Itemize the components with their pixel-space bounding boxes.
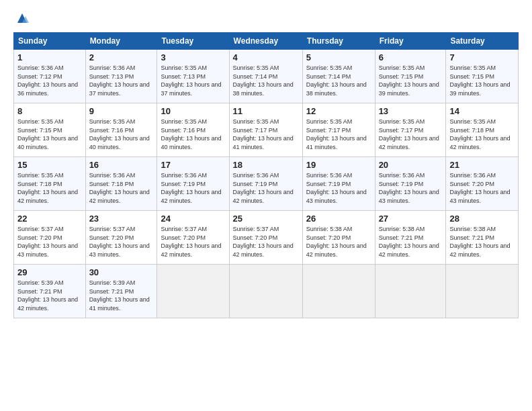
day-number: 21 — [449, 160, 515, 170]
logo-icon — [15, 11, 30, 26]
day-info: Sunrise: 5:35 AMSunset: 7:17 PMDaylight:… — [233, 118, 294, 150]
calendar-cell: 23 Sunrise: 5:37 AMSunset: 7:20 PMDaylig… — [85, 211, 157, 265]
day-number: 14 — [449, 106, 515, 116]
calendar-cell: 1 Sunrise: 5:36 AMSunset: 7:12 PMDayligh… — [14, 50, 86, 103]
calendar-cell: 4 Sunrise: 5:35 AMSunset: 7:14 PMDayligh… — [229, 50, 302, 103]
calendar-cell: 22 Sunrise: 5:37 AMSunset: 7:20 PMDaylig… — [14, 211, 86, 265]
day-number: 3 — [161, 52, 225, 62]
day-info: Sunrise: 5:38 AMSunset: 7:20 PMDaylight:… — [306, 226, 367, 258]
day-info: Sunrise: 5:36 AMSunset: 7:19 PMDaylight:… — [233, 172, 294, 204]
calendar-cell: 18 Sunrise: 5:36 AMSunset: 7:19 PMDaylig… — [229, 157, 302, 211]
calendar-cell: 6 Sunrise: 5:35 AMSunset: 7:15 PMDayligh… — [375, 50, 446, 103]
day-number: 13 — [379, 106, 443, 116]
calendar-cell: 21 Sunrise: 5:36 AMSunset: 7:20 PMDaylig… — [446, 157, 519, 211]
day-number: 8 — [17, 106, 82, 116]
day-info: Sunrise: 5:36 AMSunset: 7:20 PMDaylight:… — [449, 172, 510, 204]
day-number: 4 — [233, 52, 299, 62]
day-info: Sunrise: 5:35 AMSunset: 7:15 PMDaylight:… — [449, 64, 510, 97]
calendar-cell: 14 Sunrise: 5:35 AMSunset: 7:18 PMDaylig… — [446, 103, 519, 157]
day-info: Sunrise: 5:36 AMSunset: 7:13 PMDaylight:… — [89, 64, 150, 97]
calendar-cell — [302, 265, 375, 318]
day-info: Sunrise: 5:36 AMSunset: 7:12 PMDaylight:… — [17, 64, 78, 97]
calendar-cell: 17 Sunrise: 5:36 AMSunset: 7:19 PMDaylig… — [157, 157, 229, 211]
day-info: Sunrise: 5:36 AMSunset: 7:19 PMDaylight:… — [161, 172, 221, 204]
calendar-cell: 20 Sunrise: 5:36 AMSunset: 7:19 PMDaylig… — [375, 157, 446, 211]
day-number: 26 — [306, 214, 371, 224]
day-info: Sunrise: 5:38 AMSunset: 7:21 PMDaylight:… — [449, 226, 510, 258]
calendar-cell — [157, 265, 229, 318]
calendar-cell: 3 Sunrise: 5:35 AMSunset: 7:13 PMDayligh… — [157, 50, 229, 103]
day-number: 20 — [379, 160, 443, 170]
page: Sunday Monday Tuesday Wednesday Thursday… — [0, 0, 532, 411]
col-sunday: Sunday — [14, 33, 86, 50]
calendar-cell: 8 Sunrise: 5:35 AMSunset: 7:15 PMDayligh… — [14, 103, 86, 157]
calendar-cell: 15 Sunrise: 5:35 AMSunset: 7:18 PMDaylig… — [14, 157, 86, 211]
day-number: 27 — [379, 214, 443, 224]
day-number: 28 — [449, 214, 515, 224]
day-info: Sunrise: 5:35 AMSunset: 7:15 PMDaylight:… — [17, 118, 78, 150]
day-number: 5 — [306, 52, 371, 62]
day-info: Sunrise: 5:36 AMSunset: 7:19 PMDaylight:… — [306, 172, 367, 204]
day-number: 19 — [306, 160, 371, 170]
calendar-cell: 12 Sunrise: 5:35 AMSunset: 7:17 PMDaylig… — [302, 103, 375, 157]
calendar-table: Sunday Monday Tuesday Wednesday Thursday… — [13, 32, 519, 318]
calendar-cell: 9 Sunrise: 5:35 AMSunset: 7:16 PMDayligh… — [85, 103, 157, 157]
day-info: Sunrise: 5:35 AMSunset: 7:17 PMDaylight:… — [379, 118, 439, 150]
day-number: 15 — [17, 160, 82, 170]
calendar-cell: 19 Sunrise: 5:36 AMSunset: 7:19 PMDaylig… — [302, 157, 375, 211]
day-info: Sunrise: 5:35 AMSunset: 7:18 PMDaylight:… — [17, 172, 78, 204]
calendar-week-row: 8 Sunrise: 5:35 AMSunset: 7:15 PMDayligh… — [14, 103, 519, 157]
calendar-cell: 5 Sunrise: 5:35 AMSunset: 7:14 PMDayligh… — [302, 50, 375, 103]
calendar-cell: 29 Sunrise: 5:39 AMSunset: 7:21 PMDaylig… — [14, 265, 86, 318]
calendar-cell: 27 Sunrise: 5:38 AMSunset: 7:21 PMDaylig… — [375, 211, 446, 265]
day-info: Sunrise: 5:39 AMSunset: 7:21 PMDaylight:… — [89, 279, 150, 312]
day-info: Sunrise: 5:35 AMSunset: 7:13 PMDaylight:… — [161, 64, 221, 97]
calendar-cell: 16 Sunrise: 5:36 AMSunset: 7:18 PMDaylig… — [85, 157, 157, 211]
day-number: 17 — [161, 160, 225, 170]
day-info: Sunrise: 5:37 AMSunset: 7:20 PMDaylight:… — [89, 226, 150, 258]
day-info: Sunrise: 5:35 AMSunset: 7:18 PMDaylight:… — [449, 118, 510, 150]
header — [13, 12, 519, 26]
day-number: 1 — [17, 52, 82, 62]
day-number: 12 — [306, 106, 371, 116]
day-info: Sunrise: 5:37 AMSunset: 7:20 PMDaylight:… — [17, 226, 78, 258]
day-number: 7 — [449, 52, 515, 62]
calendar-cell: 10 Sunrise: 5:35 AMSunset: 7:16 PMDaylig… — [157, 103, 229, 157]
calendar-cell: 7 Sunrise: 5:35 AMSunset: 7:15 PMDayligh… — [446, 50, 519, 103]
day-info: Sunrise: 5:38 AMSunset: 7:21 PMDaylight:… — [379, 226, 439, 258]
day-info: Sunrise: 5:37 AMSunset: 7:20 PMDaylight:… — [161, 226, 221, 258]
col-friday: Friday — [375, 33, 446, 50]
calendar-cell: 25 Sunrise: 5:37 AMSunset: 7:20 PMDaylig… — [229, 211, 302, 265]
calendar-cell — [375, 265, 446, 318]
day-number: 2 — [89, 52, 154, 62]
day-number: 29 — [17, 267, 82, 277]
calendar-cell: 26 Sunrise: 5:38 AMSunset: 7:20 PMDaylig… — [302, 211, 375, 265]
day-info: Sunrise: 5:36 AMSunset: 7:18 PMDaylight:… — [89, 172, 150, 204]
logo — [13, 12, 30, 26]
day-info: Sunrise: 5:35 AMSunset: 7:15 PMDaylight:… — [379, 64, 439, 97]
col-tuesday: Tuesday — [157, 33, 229, 50]
day-number: 16 — [89, 160, 154, 170]
col-saturday: Saturday — [446, 33, 519, 50]
day-info: Sunrise: 5:35 AMSunset: 7:17 PMDaylight:… — [306, 118, 367, 150]
calendar-week-row: 1 Sunrise: 5:36 AMSunset: 7:12 PMDayligh… — [14, 50, 519, 103]
calendar-week-row: 15 Sunrise: 5:35 AMSunset: 7:18 PMDaylig… — [14, 157, 519, 211]
day-number: 10 — [161, 106, 225, 116]
day-number: 23 — [89, 214, 154, 224]
day-info: Sunrise: 5:35 AMSunset: 7:14 PMDaylight:… — [306, 64, 367, 97]
day-number: 9 — [89, 106, 154, 116]
day-number: 6 — [379, 52, 443, 62]
calendar-cell — [446, 265, 519, 318]
day-info: Sunrise: 5:37 AMSunset: 7:20 PMDaylight:… — [233, 226, 294, 258]
day-number: 22 — [17, 214, 82, 224]
day-info: Sunrise: 5:35 AMSunset: 7:16 PMDaylight:… — [161, 118, 221, 150]
col-wednesday: Wednesday — [229, 33, 302, 50]
day-number: 11 — [233, 106, 299, 116]
calendar-cell: 30 Sunrise: 5:39 AMSunset: 7:21 PMDaylig… — [85, 265, 157, 318]
day-number: 18 — [233, 160, 299, 170]
day-number: 30 — [89, 267, 154, 277]
col-thursday: Thursday — [302, 33, 375, 50]
day-info: Sunrise: 5:35 AMSunset: 7:14 PMDaylight:… — [233, 64, 294, 97]
day-info: Sunrise: 5:39 AMSunset: 7:21 PMDaylight:… — [17, 279, 78, 312]
calendar-header-row: Sunday Monday Tuesday Wednesday Thursday… — [14, 33, 519, 50]
